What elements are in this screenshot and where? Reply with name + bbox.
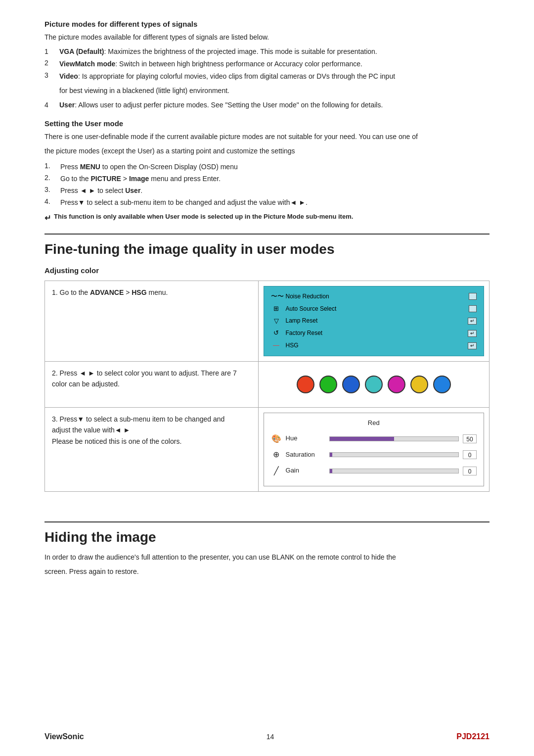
- note-box: ↵ This function is only available when U…: [44, 213, 490, 223]
- footer-brand: ViewSonic: [44, 732, 84, 741]
- table-cell-left-2: 2. Press ◄ ► to select color you want to…: [45, 361, 259, 407]
- table-row: 3. Press▼ to select a sub-menu item to b…: [45, 407, 490, 491]
- osd-row-auto-source: ⊞ Auto Source Select: [271, 304, 477, 314]
- hsg-saturation-row: ⊕ Saturation 0: [271, 448, 477, 461]
- osd-check-noise: [469, 293, 477, 300]
- adjusting-color-table: 1. Go to the ADVANCE > HSG menu. 〜〜 Nois…: [44, 281, 490, 492]
- vga-bold: VGA (Default): [59, 47, 104, 55]
- saturation-label: Saturation: [286, 450, 325, 460]
- noise-reduction-icon: 〜〜: [271, 291, 282, 302]
- hsg-hue-row: 🎨 Hue 50: [271, 432, 477, 445]
- page-footer: ViewSonic 14 PJD2121: [0, 732, 534, 741]
- hue-value: 50: [463, 434, 477, 443]
- user-mode-intro1: There is one user-definable mode if the …: [44, 132, 490, 142]
- table-cell-right-2: [258, 361, 489, 407]
- osd-check-auto-source: [469, 305, 477, 312]
- hiding-image-section: Hiding the image In order to draw the au…: [44, 521, 490, 577]
- table-row: 1. Go to the ADVANCE > HSG menu. 〜〜 Nois…: [45, 281, 490, 362]
- osd-enter-factory-reset: ↵: [468, 330, 477, 337]
- color-circle-red: [297, 376, 314, 393]
- list-item: 3. Press ◄ ► to select User.: [44, 184, 490, 196]
- note-icon: ↵: [44, 213, 51, 223]
- color-circle-cyan: [365, 376, 383, 393]
- user-bold: User: [59, 101, 75, 109]
- picture-modes-section: Picture modes for different types of sig…: [44, 20, 490, 110]
- list-item: 3 Video: Is appropriate for playing colo…: [44, 69, 490, 82]
- color-circle-blue2: [433, 376, 451, 393]
- hue-label: Hue: [286, 433, 325, 444]
- hiding-text2: screen. Press again to restore.: [44, 567, 490, 577]
- gain-bar: [329, 469, 459, 473]
- color-circle-yellow: [410, 376, 428, 393]
- osd-label-auto-source: Auto Source Select: [286, 304, 465, 314]
- color-circle-blue: [342, 376, 360, 393]
- color-circle-green: [319, 376, 337, 393]
- osd-label-noise: Noise Reduction: [286, 292, 465, 301]
- lamp-reset-icon: ▽: [271, 316, 282, 327]
- saturation-value: 0: [463, 450, 477, 459]
- hsg-gain-row: ╱ Gain 0: [271, 465, 477, 477]
- note-text: This function is only available when Use…: [54, 213, 353, 220]
- gain-bar-fill: [330, 469, 332, 473]
- hsg-submenu: Red 🎨 Hue 50 ⊕ Saturation: [264, 413, 484, 486]
- hsg-menu-title: Red: [271, 418, 477, 428]
- list-item: 4 User: Allows user to adjust perfer pic…: [44, 100, 490, 110]
- osd-label-lamp-reset: Lamp Reset: [286, 316, 464, 326]
- main-heading-fine-tuning: Fine-tuning the image quality in user mo…: [44, 234, 490, 257]
- table-row: 2. Press ◄ ► to select color you want to…: [45, 361, 490, 407]
- osd-enter-hsg: ↵: [468, 342, 477, 349]
- osd-menu: 〜〜 Noise Reduction ⊞ Auto Source Select …: [264, 286, 484, 356]
- picture-modes-intro: The picture modes available for differen…: [44, 32, 490, 43]
- viewmatch-bold: ViewMatch mode: [59, 60, 115, 68]
- osd-row-noise: 〜〜 Noise Reduction: [271, 291, 477, 302]
- gain-icon: ╱: [271, 465, 282, 477]
- saturation-bar: [329, 452, 459, 457]
- main-heading-hiding: Hiding the image: [44, 521, 490, 545]
- color-circles-container: [264, 367, 484, 402]
- page-content: Picture modes for different types of sig…: [0, 0, 534, 620]
- gain-label: Gain: [286, 466, 325, 476]
- list-item: 4. Press▼ to select a sub-menu item to b…: [44, 196, 490, 208]
- auto-source-icon: ⊞: [271, 304, 282, 314]
- osd-label-hsg: HSG: [286, 341, 464, 350]
- saturation-icon: ⊕: [271, 448, 282, 461]
- osd-label-factory-reset: Factory Reset: [286, 329, 464, 338]
- section-title-user-mode: Setting the User mode: [44, 119, 490, 128]
- list-item: 2. Go to the PICTURE > Image menu and pr…: [44, 172, 490, 184]
- osd-row-lamp-reset: ▽ Lamp Reset ↵: [271, 316, 477, 327]
- footer-model: PJD2121: [456, 732, 490, 741]
- list-item: 1. Press MENU to open the On-Screen Disp…: [44, 160, 490, 172]
- factory-reset-icon: ↺: [271, 328, 282, 338]
- section-title-picture-modes: Picture modes for different types of sig…: [44, 20, 490, 28]
- sub-heading-adjusting-color: Adjusting color: [44, 266, 490, 275]
- hiding-text1: In order to draw the audience's full att…: [44, 552, 490, 563]
- list-item: 1 VGA (Default): Maximizes the brightnes…: [44, 47, 490, 57]
- hue-bar: [329, 436, 459, 441]
- gain-value: 0: [463, 467, 477, 475]
- list-item: 2 ViewMatch mode: Switch in between high…: [44, 57, 490, 69]
- color-circle-magenta: [388, 376, 405, 393]
- saturation-bar-fill: [330, 453, 332, 457]
- video-bold: Video: [59, 72, 78, 80]
- table-cell-right-1: 〜〜 Noise Reduction ⊞ Auto Source Select …: [258, 281, 489, 362]
- osd-enter-lamp-reset: ↵: [468, 318, 477, 325]
- user-mode-intro2: the picture modes (except the User) as a…: [44, 146, 490, 156]
- osd-row-factory-reset: ↺ Factory Reset ↵: [271, 328, 477, 338]
- footer-page-number: 14: [267, 733, 274, 741]
- osd-row-hsg: — HSG ↵: [271, 340, 477, 351]
- hue-icon: 🎨: [271, 432, 282, 445]
- table-cell-left-1: 1. Go to the ADVANCE > HSG menu.: [45, 281, 259, 362]
- user-mode-section: Setting the User mode There is one user-…: [44, 119, 490, 223]
- video-text-cont: for best viewing in a blackened (little …: [59, 86, 490, 96]
- hue-bar-fill: [330, 437, 394, 441]
- table-cell-left-3: 3. Press▼ to select a sub-menu item to b…: [45, 407, 259, 491]
- hsg-icon: —: [271, 340, 282, 351]
- table-cell-right-3: Red 🎨 Hue 50 ⊕ Saturation: [258, 407, 489, 491]
